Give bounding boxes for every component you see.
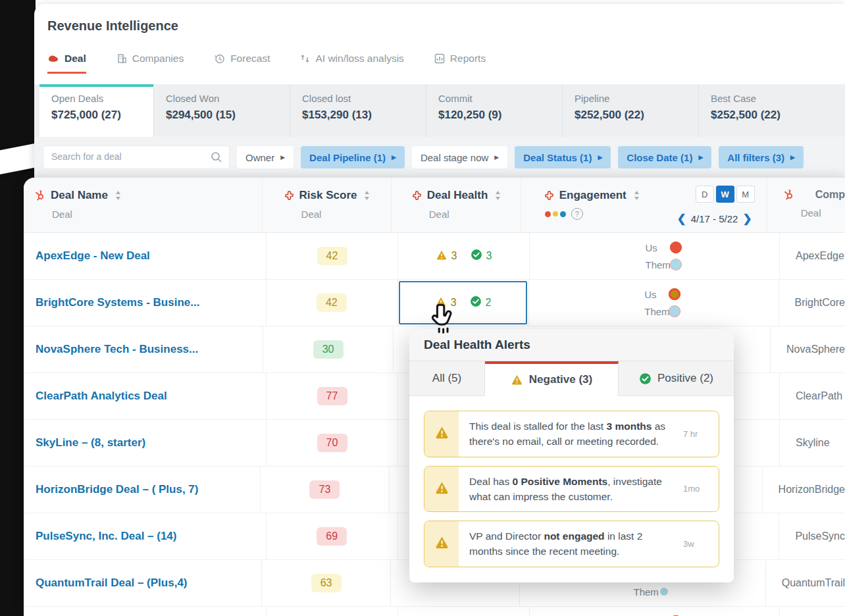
tab-companies[interactable]: Companies xyxy=(116,53,184,74)
deal-search xyxy=(43,145,230,169)
negative-count: 3 xyxy=(451,297,457,309)
company-cell: HorizonBridge xyxy=(763,467,845,513)
summary-card-closed-lost[interactable]: Closed lost $153,290 (13) xyxy=(290,84,426,137)
filter-all-filters[interactable]: All filters (3)▶ xyxy=(719,146,804,168)
help-icon[interactable]: ? xyxy=(571,208,583,220)
summary-card-pipeline[interactable]: Pipeline $252,500 (22) xyxy=(562,84,698,137)
deal-health-cell[interactable]: 33 xyxy=(398,233,530,279)
alert-text-segment: Deal has xyxy=(469,476,512,487)
deal-name-link[interactable]: SkyLine – (8, starter) xyxy=(24,436,145,449)
deal-name-link[interactable]: BrightCore Systems - Busine... xyxy=(24,296,199,309)
alert-text-segment: not engaged xyxy=(544,530,604,542)
engagement-dot xyxy=(670,242,682,253)
deal-name-link[interactable]: ClearPath Analytics Deal xyxy=(24,390,167,403)
column-title: Engagement xyxy=(559,189,627,202)
warning-icon xyxy=(436,249,448,263)
tab-companies-label: Companies xyxy=(132,53,184,64)
deal-name-link[interactable]: NovaSphere Tech - Business... xyxy=(24,343,198,356)
alert-card[interactable]: This deal is stalled for the last 3 mont… xyxy=(424,411,719,457)
prev-range-icon[interactable]: ❮ xyxy=(677,213,686,224)
deal-name-cell: ClearPath Analytics Deal xyxy=(24,373,267,419)
tab-deal-label: Deal xyxy=(64,53,86,64)
main-tabs: Deal Companies Forecast AI win/loss anal… xyxy=(47,53,486,74)
tab-reports[interactable]: Reports xyxy=(434,53,486,74)
deal-health-alerts-popup: Deal Health Alerts All (5) Negative (3) … xyxy=(409,329,734,582)
gong-icon xyxy=(411,190,423,201)
risk-score-cell xyxy=(267,607,398,616)
company-name: QuantumTrail xyxy=(766,577,845,589)
column-title: Comp xyxy=(800,189,845,201)
column-subtitle: Deal xyxy=(429,209,501,220)
company-name: HorizonBridge xyxy=(763,484,845,496)
tab-forecast[interactable]: Forecast xyxy=(214,53,270,74)
gong-icon xyxy=(284,190,295,201)
filter-deal-stage[interactable]: Deal stage now▶ xyxy=(412,146,507,168)
engagement-dot xyxy=(669,306,680,317)
filter-deal-pipeline[interactable]: Deal Pipeline (1)▶ xyxy=(301,146,405,168)
sort-button[interactable] xyxy=(495,191,501,200)
alert-card[interactable]: Deal has 0 Positive Moments, investigate… xyxy=(424,466,719,513)
deal-name-link[interactable]: PulseSync, Inc. Deal – (14) xyxy=(24,530,176,543)
risk-score-badge: 69 xyxy=(317,527,347,546)
filter-owner[interactable]: Owner▶ xyxy=(237,146,294,168)
deal-name-cell: NovaSphere Tech - Business... xyxy=(24,326,263,372)
deal-name-link[interactable]: QuantumTrail Deal – (Plus,4) xyxy=(24,577,188,590)
period-month-button[interactable]: M xyxy=(736,186,755,203)
sort-button[interactable] xyxy=(634,191,640,200)
date-range-label: 4/17 - 5/22 xyxy=(691,213,738,224)
card-value: $294,500 (15) xyxy=(166,109,278,122)
tab-deal[interactable]: Deal xyxy=(47,53,86,74)
column-header-risk-score[interactable]: Risk Score Deal xyxy=(263,178,392,232)
deal-name-link[interactable]: HorizonBridge Deal – ( Plus, 7) xyxy=(24,483,199,496)
popup-tab-positive[interactable]: Positive (2) xyxy=(619,361,734,396)
tab-ai-winloss[interactable]: AI win/loss analysis xyxy=(300,53,403,74)
column-header-company[interactable]: Comp Deal xyxy=(767,178,845,232)
warning-icon xyxy=(434,425,449,442)
risk-score-badge: 42 xyxy=(317,247,347,265)
alert-text: This deal is stalled for the last 3 mont… xyxy=(459,411,683,457)
summary-card-open-deals[interactable]: Open Deals $725,000 (27) xyxy=(39,84,153,137)
next-range-icon[interactable]: ❯ xyxy=(742,213,752,224)
summary-card-commit[interactable]: Commit $120,250 (9) xyxy=(426,84,562,137)
filter-label: Deal stage now xyxy=(421,152,488,163)
risk-score-cell: 73 xyxy=(261,467,389,513)
alert-card[interactable]: VP and Director not engaged in last 2 mo… xyxy=(424,521,719,567)
alert-text-segment: This deal is stalled for the last xyxy=(469,421,607,432)
column-header-engagement[interactable]: Engagement ? D W M ❮ 4/17 - 5/22 ❯ xyxy=(521,178,767,232)
popup-tab-negative[interactable]: Negative (3) xyxy=(485,361,619,396)
filter-close-date[interactable]: Close Date (1)▶ xyxy=(618,146,711,168)
summary-card-best-case[interactable]: Best Case $252,500 (22) xyxy=(698,84,845,137)
filter-deal-status[interactable]: Deal Status (1)▶ xyxy=(515,146,611,168)
negative-count: 3 xyxy=(451,250,457,262)
popup-tab-label: Positive (2) xyxy=(657,372,713,385)
company-cell xyxy=(780,607,845,616)
deal-health-cell[interactable]: 32 xyxy=(397,280,529,326)
column-title: Deal Health xyxy=(427,189,488,202)
hubspot-icon xyxy=(783,189,795,201)
alert-timestamp: 1mo xyxy=(683,467,719,512)
engagement-them-row: Them xyxy=(634,586,675,598)
sort-button[interactable] xyxy=(364,191,370,200)
card-value: $120,250 (9) xyxy=(438,109,550,122)
company-name: Skyline xyxy=(780,437,830,449)
engagement-us-row: Us xyxy=(646,242,686,253)
period-day-button[interactable]: D xyxy=(696,186,714,203)
alert-text: VP and Director not engaged in last 2 mo… xyxy=(459,521,683,567)
summary-card-closed-won[interactable]: Closed Won $294,500 (15) xyxy=(153,84,290,137)
popup-tab-all[interactable]: All (5) xyxy=(409,361,485,396)
card-label: Closed Won xyxy=(166,93,278,104)
alert-timestamp: 7 hr xyxy=(683,411,719,457)
column-header-deal-health[interactable]: Deal Health Deal xyxy=(392,178,521,232)
deal-health-cell[interactable] xyxy=(398,607,530,616)
page-title: Revenue Intelligence xyxy=(47,18,178,34)
engagement-dot xyxy=(671,259,681,270)
sort-button[interactable] xyxy=(115,191,121,200)
search-input[interactable] xyxy=(43,146,209,167)
deal-name-link[interactable]: ApexEdge - New Deal xyxy=(24,249,150,263)
deal-name-cell: ApexEdge - New Deal xyxy=(24,233,267,279)
popup-tab-label: Negative (3) xyxy=(529,373,592,386)
period-week-button[interactable]: W xyxy=(716,186,734,203)
search-icon xyxy=(210,151,223,164)
tab-forecast-label: Forecast xyxy=(230,53,270,64)
column-header-deal-name[interactable]: Deal Name Deal xyxy=(24,178,263,232)
